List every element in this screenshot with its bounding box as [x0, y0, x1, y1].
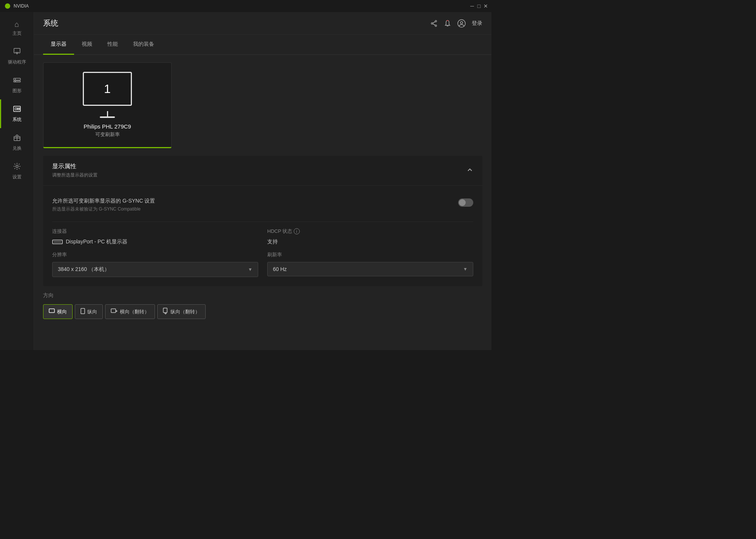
- orientation-buttons: 横向 纵向: [43, 304, 482, 319]
- svg-rect-27: [163, 308, 167, 313]
- resolution-value: 3840 x 2160 （本机）: [58, 266, 110, 273]
- svg-point-15: [435, 20, 437, 22]
- share-icon: [430, 20, 438, 27]
- refresh-rate-dropdown[interactable]: 60 Hz ▼: [267, 262, 473, 276]
- svg-rect-4: [14, 81, 20, 82]
- driver-icon: [13, 47, 21, 57]
- tab-display[interactable]: 显示器: [43, 35, 74, 55]
- hdcp-label: HDCP 状态 i: [267, 228, 473, 235]
- title-bar: NVIDIA ─ □ ✕: [0, 0, 491, 12]
- sidebar-label-home: 主页: [12, 30, 22, 37]
- sidebar-item-settings[interactable]: 设置: [0, 157, 34, 186]
- gsync-main-label: 允许所选可变刷新率显示器的 G-SYNC 设置: [52, 198, 155, 204]
- sidebar-label-redeem: 兑换: [12, 145, 22, 152]
- svg-rect-8: [15, 108, 17, 110]
- svg-point-22: [460, 22, 463, 24]
- portrait-flip-label: 纵向（翻转）: [170, 308, 200, 315]
- resolution-label: 分辨率: [52, 251, 258, 258]
- orientation-portrait-flip-button[interactable]: 纵向（翻转）: [157, 304, 206, 319]
- portrait-icon: [81, 308, 85, 315]
- sidebar-item-redeem[interactable]: 兑换: [0, 128, 34, 157]
- minimize-button[interactable]: ─: [469, 3, 475, 9]
- landscape-icon: [49, 308, 55, 315]
- svg-rect-25: [111, 309, 116, 313]
- sidebar-label-settings: 设置: [12, 174, 22, 180]
- panel-body: 允许所选可变刷新率显示器的 G-SYNC 设置 所选显示器未被验证为 G-SYN…: [43, 186, 482, 286]
- landscape-flip-icon: [111, 308, 118, 315]
- notification-icon: [444, 20, 451, 27]
- sidebar-item-home[interactable]: ⌂ 主页: [0, 15, 34, 42]
- sidebar-label-driver: 驱动程序: [8, 59, 26, 65]
- svg-rect-5: [15, 79, 16, 80]
- tabs-bar: 显示器 视频 性能 我的装备: [34, 35, 491, 55]
- hdcp-value: 支持: [267, 239, 473, 245]
- user-icon-button[interactable]: [457, 19, 466, 28]
- orientation-section: 方向 横向: [43, 292, 482, 319]
- chevron-up-icon: [466, 166, 473, 173]
- gsync-row: 允许所选可变刷新率显示器的 G-SYNC 设置 所选显示器未被验证为 G-SYN…: [52, 195, 473, 215]
- orientation-landscape-flip-button[interactable]: 横向（翻转）: [105, 304, 155, 319]
- monitor-name: Philips PHL 279C9: [84, 123, 131, 130]
- resolution-col: 分辨率 3840 x 2160 （本机） ▼: [52, 251, 258, 277]
- sidebar-label-graphics: 图形: [12, 88, 22, 94]
- graphics-icon: [13, 76, 21, 85]
- refresh-rate-arrow-icon: ▼: [463, 266, 468, 272]
- refresh-rate-value: 60 Hz: [273, 266, 287, 272]
- svg-point-17: [431, 23, 433, 24]
- monitor-card[interactable]: 1 Philips PHL 279C9 可变刷新率: [43, 62, 172, 148]
- portrait-label: 纵向: [87, 308, 97, 315]
- sidebar-item-system[interactable]: 系统: [0, 99, 34, 128]
- refresh-rate-col: 刷新率 60 Hz ▼: [267, 251, 473, 277]
- notification-button[interactable]: [444, 20, 451, 27]
- panel-header: 显示属性 调整所选显示器的设置: [43, 156, 482, 186]
- orientation-landscape-button[interactable]: 横向: [43, 304, 73, 319]
- connector-hdcp-row: 连接器 DisplayPort - PC 机显示器 HDCP 状态 i: [52, 228, 473, 245]
- login-label: 登录: [472, 20, 482, 27]
- maximize-button[interactable]: □: [476, 3, 482, 9]
- resolution-refresh-row: 分辨率 3840 x 2160 （本机） ▼ 刷新率 60 Hz ▼: [52, 251, 473, 277]
- header-actions: 登录: [430, 19, 482, 28]
- monitor-stand-neck: [107, 111, 108, 116]
- collapse-button[interactable]: [466, 166, 473, 175]
- landscape-label: 横向: [57, 308, 67, 315]
- home-icon: ⌂: [14, 20, 19, 28]
- login-button[interactable]: 登录: [472, 20, 482, 27]
- monitor-badge: 可变刷新率: [95, 131, 120, 138]
- svg-rect-24: [81, 308, 85, 314]
- refresh-rate-label: 刷新率: [267, 251, 473, 258]
- gsync-text: 允许所选可变刷新率显示器的 G-SYNC 设置 所选显示器未被验证为 G-SYN…: [52, 198, 155, 212]
- portrait-flip-icon: [163, 308, 168, 316]
- hdcp-info-icon[interactable]: i: [294, 228, 300, 234]
- svg-point-14: [16, 165, 18, 167]
- title-bar-left: NVIDIA: [5, 3, 29, 9]
- tab-video[interactable]: 视频: [74, 35, 100, 55]
- share-button[interactable]: [430, 20, 438, 27]
- resolution-dropdown[interactable]: 3840 x 2160 （本机） ▼: [52, 262, 258, 277]
- window-controls: ─ □ ✕: [469, 3, 488, 9]
- hdcp-col: HDCP 状态 i 支持: [267, 228, 473, 245]
- svg-rect-9: [17, 108, 20, 109]
- svg-rect-6: [15, 81, 16, 82]
- display-properties-panel: 显示属性 调整所选显示器的设置 允许所选可变刷新率显示器的 G-SYNC 设置: [43, 156, 482, 286]
- nvidia-logo-icon: [5, 3, 11, 9]
- close-button[interactable]: ✕: [483, 3, 488, 9]
- monitor-section: 1 Philips PHL 279C9 可变刷新率: [34, 55, 491, 156]
- svg-point-0: [5, 3, 10, 9]
- sidebar-item-driver[interactable]: 驱动程序: [0, 42, 34, 71]
- landscape-flip-label: 横向（翻转）: [120, 308, 149, 315]
- tab-performance[interactable]: 性能: [100, 35, 125, 55]
- sidebar-item-graphics[interactable]: 图形: [0, 71, 34, 99]
- user-icon: [457, 19, 466, 28]
- svg-rect-20: [447, 20, 448, 21]
- connector-value: DisplayPort - PC 机显示器: [52, 239, 258, 245]
- svg-rect-10: [17, 109, 20, 110]
- main-content: 显示器 视频 性能 我的装备 1: [34, 35, 491, 350]
- connector-label: 连接器: [52, 228, 258, 235]
- displayport-icon: [52, 240, 63, 244]
- gsync-sub-label: 所选显示器未被验证为 G-SYNC Compatible: [52, 206, 155, 212]
- gsync-toggle[interactable]: [458, 198, 473, 207]
- tab-mydevices[interactable]: 我的装备: [125, 35, 162, 55]
- page-header: 系统: [34, 12, 491, 35]
- app-container: ⌂ 主页 驱动程序 图形: [0, 12, 491, 350]
- orientation-portrait-button[interactable]: 纵向: [75, 304, 103, 319]
